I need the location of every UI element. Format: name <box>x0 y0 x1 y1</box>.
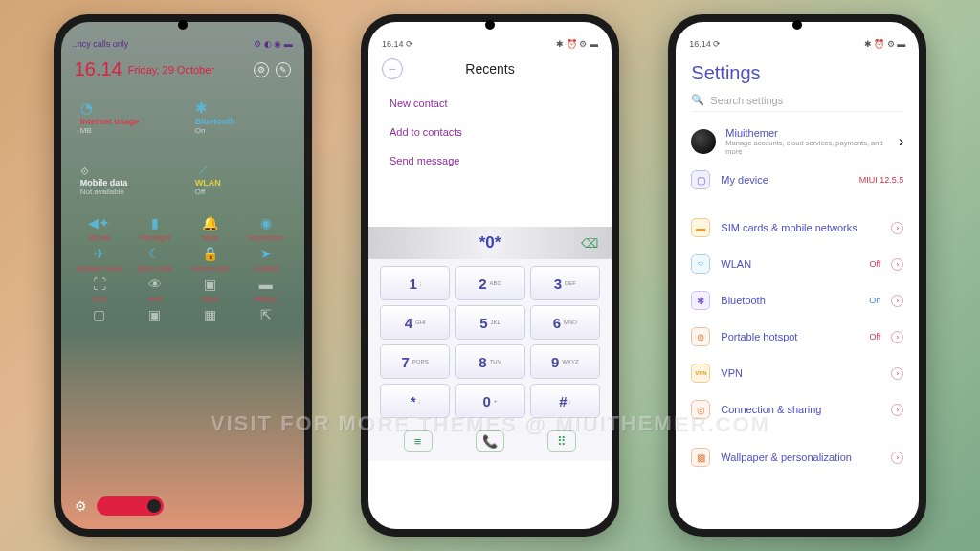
backspace-icon[interactable]: ⌫ <box>581 236 598 251</box>
qs-grid: ◀✦Vibrate▮Flashlight🔔Mute◉Screenshot✈Air… <box>61 209 304 331</box>
chevron-icon: › <box>891 331 903 343</box>
settings-icon[interactable]: ⚙ <box>254 62 269 77</box>
settings-row[interactable]: ▬SIM cards & mobile networks› <box>676 209 919 246</box>
qs-tile[interactable]: ⛶Scan <box>73 276 126 303</box>
row-icon: ⊚ <box>691 327 710 346</box>
tile-icon: ▬ <box>239 276 293 294</box>
qs-tile[interactable]: ☾Dark mode <box>128 246 182 273</box>
settings-row[interactable]: ⌔WLANOff› <box>676 246 919 282</box>
dial-display: *0* ⌫ <box>368 227 612 259</box>
wallpaper-icon: ▩ <box>691 448 710 467</box>
miui-version: MIUI 12.5.5 <box>859 175 904 185</box>
search-input[interactable]: 🔍 Search settings <box>691 94 903 112</box>
account-row[interactable]: Miuithemer Manage accounts, cloud servic… <box>676 121 919 162</box>
key-7[interactable]: 7PQRS <box>380 344 450 379</box>
bluetooth-icon: ✱ <box>195 99 285 117</box>
row-icon: VPN <box>691 364 710 383</box>
chevron-icon: › <box>891 367 903 380</box>
watermark: VISIT FOR MORE THEMES @ MIUITHEMER.COM <box>0 411 980 436</box>
key-6[interactable]: 6MNO <box>530 305 600 340</box>
qs-tile[interactable]: 🔒Screen lock <box>184 246 237 273</box>
row-icon: ▬ <box>691 218 710 237</box>
qs-tile[interactable]: ➤Location <box>239 246 293 273</box>
droplet-icon: ◔ <box>80 99 170 117</box>
page-title: Recents <box>403 61 577 77</box>
tile-icon: 👁 <box>128 276 182 294</box>
qs-tile[interactable]: 🔔Mute <box>184 215 237 242</box>
dialed-number: *0* <box>479 233 501 253</box>
wifi-icon: ⟋ <box>195 162 285 178</box>
settings-row[interactable]: ✱BluetoothOn› <box>676 282 919 319</box>
tile-icon: ▦ <box>184 307 237 324</box>
chevron-icon: › <box>899 133 903 150</box>
tile-wlan[interactable]: ⟋WLANOff <box>189 156 291 202</box>
qs-tile[interactable]: ▬Battery <box>239 276 293 303</box>
qs-tile[interactable]: ▮Flashlight <box>128 215 182 242</box>
menu-add-contacts[interactable]: Add to contacts <box>390 118 590 146</box>
status-icons: ✱ ⏰ ⚙ ▬ <box>864 39 906 49</box>
tile-icon: ▣ <box>184 276 237 294</box>
tile-mobiledata[interactable]: ⟐Mobile dataNot available <box>75 156 176 202</box>
account-desc: Manage accounts, cloud services, payment… <box>725 139 889 156</box>
camera-punch <box>178 20 188 30</box>
tile-icon: ⇱ <box>239 307 293 324</box>
settings-row[interactable]: ⊚Portable hotspotOff› <box>676 319 919 355</box>
qs-tile[interactable]: ◀✦Vibrate <box>73 215 126 242</box>
key-9[interactable]: 9WXYZ <box>530 344 600 379</box>
back-button[interactable]: ← <box>382 58 403 79</box>
tile-icon: ▣ <box>128 307 182 324</box>
search-placeholder: Search settings <box>710 95 783 106</box>
account-name: Miuithemer <box>725 127 889 139</box>
chevron-icon: › <box>891 258 903 271</box>
keypad: 1ᵢ2ABC3DEF4GHI5JKL6MNO7PQRS8TUV9WXYZ*ᵢ0+… <box>368 259 612 425</box>
row-icon: ⌔ <box>691 254 710 274</box>
avatar <box>691 129 716 154</box>
antenna-icon: ⟐ <box>80 162 170 178</box>
menu-send-message[interactable]: Send message <box>390 146 590 175</box>
tile-icon: ▢ <box>73 307 126 324</box>
row-icon: ✱ <box>691 291 710 310</box>
chevron-icon: › <box>891 222 903 234</box>
key-3[interactable]: 3DEF <box>530 266 600 300</box>
dialer-menu: New contact Add to contacts Send message <box>368 85 612 179</box>
page-title: Settings <box>676 53 919 90</box>
settings-row[interactable]: VPNVPN› <box>676 355 919 391</box>
menu-new-contact[interactable]: New contact <box>390 89 590 118</box>
edit-icon[interactable]: ✎ <box>276 62 291 77</box>
tile-icon: 🔒 <box>184 246 237 263</box>
qs-tile[interactable]: ✈Airplane mode <box>73 246 126 273</box>
qs-tile[interactable]: ▣Read <box>184 276 237 303</box>
tile-icon: ✈ <box>73 246 126 263</box>
key-2[interactable]: 2ABC <box>455 266 524 300</box>
row-mydevice[interactable]: ▢ My device MIUI 12.5.5 <box>676 162 919 198</box>
key-8[interactable]: 8TUV <box>455 344 524 379</box>
tile-bluetooth[interactable]: ✱BluetoothOn <box>189 94 291 141</box>
device-icon: ▢ <box>691 170 710 189</box>
phone-dialer: 16.14 ⟳ ✱ ⏰ ⚙ ▬ ← Recents New contact Ad… <box>361 14 619 537</box>
qs-tile[interactable]: ▦ <box>184 307 237 325</box>
status-icons: ✱ ⏰ ⚙ ▬ <box>556 39 598 49</box>
camera-punch <box>792 20 802 30</box>
tile-icon: ⛶ <box>73 276 126 294</box>
qs-tile[interactable]: ▣ <box>128 307 182 325</box>
tile-internet[interactable]: ◔Internet usageMB <box>75 94 176 141</box>
qs-header: 16.14 Friday, 29 October ⚙ ✎ <box>61 53 304 86</box>
row-wallpaper[interactable]: ▩ Wallpaper & personalization › <box>676 439 919 475</box>
tile-icon: ➤ <box>239 246 293 263</box>
qs-tile[interactable]: ▢ <box>73 307 126 325</box>
brightness-slider[interactable] <box>97 496 164 516</box>
clock-time: 16.14 <box>75 58 122 80</box>
key-1[interactable]: 1ᵢ <box>380 266 450 300</box>
key-4[interactable]: 4GHI <box>380 305 450 340</box>
status-icons: ⚙ ◐ ◉ ▬ <box>254 39 293 49</box>
chevron-icon: › <box>891 452 903 464</box>
gear-icon[interactable]: ⚙ <box>75 498 87 514</box>
key-5[interactable]: 5JKL <box>455 305 524 340</box>
phone-settings: 16.14 ⟳ ✱ ⏰ ⚙ ▬ Settings 🔍 Search settin… <box>668 14 926 537</box>
qs-tile[interactable]: ⇱ <box>239 307 293 325</box>
qs-tile[interactable]: ◉Screenshot <box>239 215 293 242</box>
qs-tile[interactable]: 👁Hide <box>128 276 182 303</box>
status-carrier: ..ncy calls only <box>73 39 129 49</box>
search-icon: 🔍 <box>691 94 704 106</box>
tile-icon: 🔔 <box>184 215 237 232</box>
